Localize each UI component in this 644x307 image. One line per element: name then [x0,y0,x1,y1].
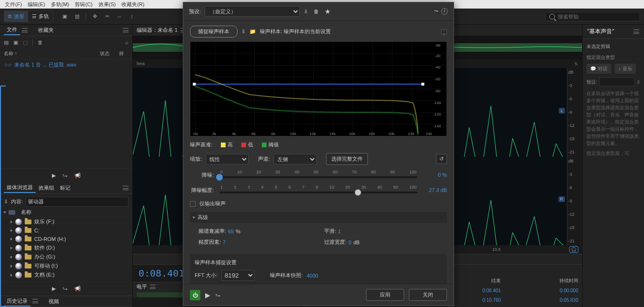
capture-noise-button[interactable]: 捕捉噪声样本 [190,26,238,38]
loop-preview-icon[interactable]: ⮑ [215,292,220,298]
drive-icon [15,263,22,269]
history-menu-icon[interactable] [32,299,38,304]
media-panel-menu-icon[interactable] [123,186,129,191]
preset-select[interactable]: （自定义） [205,6,300,17]
tool-move-icon[interactable]: ✥ [91,13,99,20]
tab-markers[interactable]: 标记 [57,183,73,192]
head-sync-icon[interactable]: 🎧 [569,246,578,253]
preset-dropdown[interactable] [599,77,634,86]
media-loop-icon[interactable]: ⮑ [62,286,68,292]
tab-files[interactable]: 文件 [4,25,20,35]
vertical-scroll-indicator[interactable] [0,86,6,307]
filter-icon[interactable]: ⌕ [125,39,129,45]
menu-edit[interactable]: 编辑(E) [28,1,45,8]
noise-spectrum-chart[interactable]: Hz2k4k6k8k10k12k14k16k18k20k22k24k dB-20… [190,41,447,136]
menu-effects[interactable]: 效果(S) [99,1,116,8]
new-file-icon[interactable]: ▤ [4,39,9,46]
media-play-icon[interactable]: ▶ [52,286,56,292]
tab-history[interactable]: 历史记录 [4,297,30,307]
files-panel-menu-icon[interactable] [22,28,28,33]
panel-menu-icon[interactable] [123,28,129,33]
info-icon[interactable]: i [441,8,448,15]
zoom-select[interactable]: 线性 [206,154,248,164]
save-sample-icon[interactable]: ⇩ [241,29,246,35]
drive-item[interactable]: 软件 (D:) [10,243,129,252]
favorite-icon[interactable]: ★ [325,8,331,15]
media-auto-icon[interactable]: 📢 [74,286,81,292]
save-preset-icon[interactable]: ⇩ [304,9,308,15]
advanced-section-header[interactable]: 高级 [190,212,447,223]
precision-value[interactable]: 7 [223,240,226,245]
svg-text:-80: -80 [435,89,440,93]
noise-reduction-slider[interactable] [219,176,417,178]
content-dropdown[interactable]: 驱动器 [26,197,129,207]
snapshots-label: 噪声样本快照: [270,272,303,279]
help-search[interactable] [545,12,640,21]
route-icon[interactable]: ⤳ [434,8,438,15]
close-button[interactable]: 关闭 [409,289,447,301]
tab-effects-rack[interactable]: 效果组 [36,183,57,192]
svg-text:4k: 4k [232,132,237,136]
essential-help-text: 在多轨会话中选择一个或多个剪辑，使用上面的混合类型选择器指定混合类型（对话、音乐… [586,90,640,147]
spectral-decay-value[interactable]: 65 [228,229,234,234]
record-icon[interactable]: ▢ [23,39,28,46]
waveform-view-button[interactable]: ⧉波形 [4,11,28,22]
drive-item[interactable]: 办公 (G:) [10,252,129,261]
fft-size-select[interactable]: 8192 [221,270,255,281]
reduce-by-slider[interactable] [219,192,417,193]
effect-power-button[interactable]: ⏻ [190,290,200,300]
noise-sample-label: 噪声样本: 噪声样本的当前设置 [260,28,331,35]
open-file-icon[interactable]: ▣ [13,39,18,46]
menu-multitrack[interactable]: 多轨(M) [51,1,69,8]
tab-favorites[interactable]: 收藏夹 [35,26,57,35]
tool-hud-icon[interactable]: ▣ [61,13,69,20]
select-entire-file-button[interactable]: 选择完整文件 [326,153,368,165]
load-sample-icon[interactable]: 📁 [249,29,256,35]
menu-clip[interactable]: 剪辑(C) [75,1,92,8]
drive-item[interactable]: 可移动 (I:) [10,261,129,270]
tool-razor-icon[interactable]: ✂ [103,13,111,20]
watermark: HONEYCAM [0,0,29,7]
menu-favorites[interactable]: 收藏夹(R) [121,1,144,8]
delete-preset-icon[interactable]: 🗑 [314,9,319,14]
drive-item[interactable]: CD-ROM (H:) [10,235,129,243]
drive-item[interactable]: 娱乐 (F:) [10,217,129,226]
file-list-item[interactable]: ⊹⊹ 未命名 1 音 ... 已提取 .wav [0,59,132,70]
loop-icon[interactable]: ⮑ [62,173,68,179]
play-icon[interactable]: ▶ [52,173,56,179]
col-duration[interactable]: 持 [119,50,129,57]
reset-icon[interactable]: ↺ [436,154,447,164]
output-noise-only-checkbox[interactable] [190,201,196,207]
tab-video[interactable]: 视频 [46,297,62,306]
preview-play-button[interactable]: ▶ [205,291,210,299]
transition-value[interactable]: 0 [348,240,351,245]
snapshots-value[interactable]: 4000 [307,273,318,278]
dialog-type-button[interactable]: 💬 对话 [586,64,611,74]
col-status[interactable]: 状态 [100,50,119,57]
essential-menu-icon[interactable] [634,29,639,34]
import-preset-icon[interactable]: ⇩ [636,78,640,86]
content-label: 内容: [11,198,23,205]
col-name[interactable]: 名称 ↑ [4,50,100,57]
noise-reduction-dialog: 预设: （自定义） ⇩ 🗑 ★ ⤳ i 捕捉噪声样本 ⇩ 📁 噪声样本: 噪声样… [183,2,454,306]
noise-reduction-value[interactable]: 0 % [423,172,447,178]
multitrack-view-button[interactable]: ☰多轨 [28,11,53,22]
apply-button[interactable]: 应用 [366,289,404,301]
tool-time-icon[interactable]: I [128,13,136,20]
drive-item[interactable]: 文档 (E:) [10,270,129,279]
delete-icon[interactable]: 🗑 [38,39,43,45]
sample-menu-icon[interactable] [441,29,447,34]
tab-media-browser[interactable]: 媒体浏览器 [4,183,36,193]
smoothing-value[interactable]: 1 [338,229,341,234]
tool-slip-icon[interactable]: ↔ [116,13,123,20]
precision-label: 精度因素: [198,239,221,246]
levels-menu-icon[interactable] [150,285,156,289]
drive-icon [15,272,22,278]
help-search-input[interactable] [558,14,636,19]
music-type-button[interactable]: ♪ 音乐 [614,64,636,74]
reduce-by-value[interactable]: 27.3 dB [423,187,447,193]
auto-play-icon[interactable]: 📢 [74,173,81,179]
tool-spectral-icon[interactable]: ▥ [73,13,81,20]
drive-item[interactable]: C: [10,226,129,235]
channel-select[interactable]: 左侧 [274,154,317,164]
